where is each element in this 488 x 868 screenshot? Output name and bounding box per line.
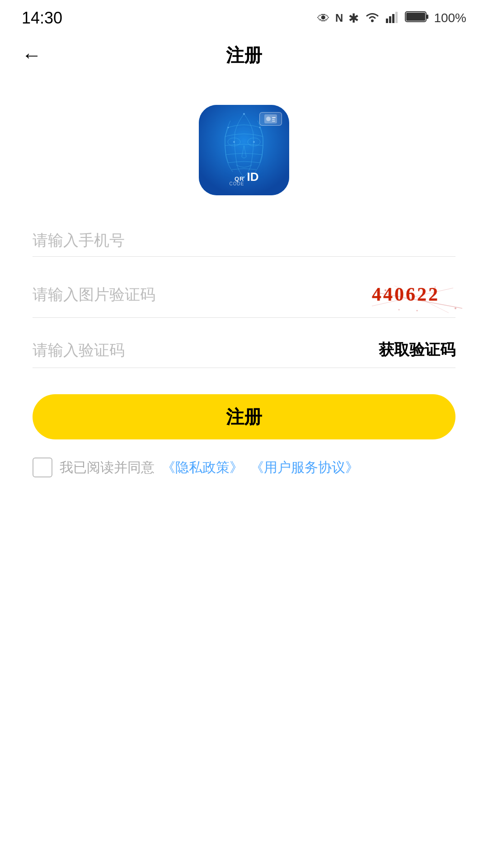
- sms-input-row: 获取验证码: [33, 340, 455, 368]
- status-time: 14:30: [22, 9, 62, 28]
- svg-point-26: [455, 307, 456, 309]
- svg-rect-2: [389, 16, 391, 23]
- phone-input-row: [33, 231, 455, 257]
- battery-percentage: 100%: [434, 11, 466, 25]
- svg-point-18: [266, 117, 271, 121]
- sms-field: 获取验证码: [33, 340, 455, 368]
- captcha-input[interactable]: [33, 286, 347, 303]
- battery-icon: [405, 11, 428, 26]
- svg-point-27: [417, 310, 418, 311]
- register-button[interactable]: 注册: [33, 394, 455, 439]
- svg-rect-7: [427, 14, 428, 19]
- svg-point-0: [371, 19, 374, 22]
- app-icon: QR CODE ID: [199, 105, 289, 195]
- id-card-badge: [259, 112, 282, 126]
- svg-rect-21: [272, 121, 275, 122]
- signal-icon: [386, 10, 399, 26]
- svg-point-15: [228, 127, 229, 128]
- svg-rect-1: [386, 19, 388, 23]
- status-icons: 👁 N ✱ 100%: [317, 10, 466, 26]
- svg-rect-19: [272, 117, 276, 118]
- phone-field: [33, 231, 455, 257]
- status-bar: 14:30 👁 N ✱: [0, 0, 488, 33]
- wifi-icon: [364, 10, 380, 26]
- captcha-image[interactable]: 440622: [356, 278, 455, 310]
- svg-point-29: [399, 309, 400, 311]
- app-icon-container: QR CODE ID: [0, 105, 488, 195]
- page-title: 注册: [226, 43, 262, 68]
- form-container: 440622 获取验证码 注册: [0, 231, 488, 458]
- svg-rect-20: [272, 119, 275, 120]
- agreement-row: 我已阅读并同意 《隐私政策》 《用户服务协议》: [0, 458, 488, 477]
- sms-input[interactable]: [33, 341, 370, 359]
- bluetooth-icon: ✱: [348, 11, 359, 26]
- agreement-checkbox[interactable]: [33, 458, 52, 477]
- svg-rect-4: [395, 12, 398, 23]
- captcha-field: 440622: [33, 278, 455, 318]
- captcha-input-row: 440622: [33, 278, 455, 318]
- svg-point-11: [243, 113, 245, 115]
- svg-point-13: [253, 141, 255, 143]
- get-code-button[interactable]: 获取验证码: [379, 340, 455, 360]
- phone-input[interactable]: [33, 231, 455, 249]
- qr-code-id-label: QR CODE ID: [230, 170, 259, 186]
- svg-rect-3: [392, 14, 394, 23]
- eye-icon: 👁: [317, 11, 330, 26]
- captcha-value: 440622: [372, 284, 440, 305]
- agreement-prefix: 我已阅读并同意: [60, 458, 155, 477]
- svg-rect-6: [406, 13, 425, 21]
- svg-point-16: [259, 127, 261, 128]
- nfc-icon: N: [335, 12, 343, 24]
- page-header: ← 注册: [0, 33, 488, 78]
- terms-link[interactable]: 《用户服务协议》: [250, 458, 359, 477]
- back-button[interactable]: ←: [22, 44, 42, 66]
- privacy-policy-link[interactable]: 《隐私政策》: [162, 458, 243, 477]
- svg-point-12: [233, 141, 235, 143]
